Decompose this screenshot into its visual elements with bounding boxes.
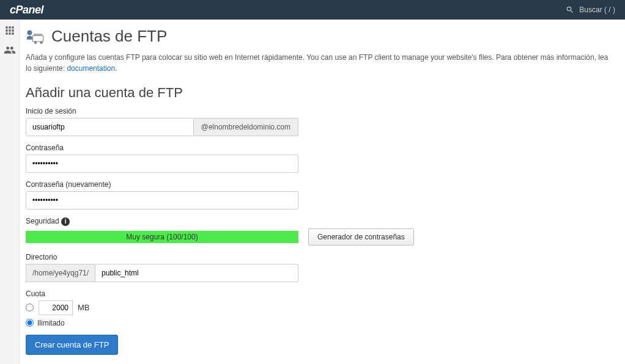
- svg-rect-1: [32, 35, 43, 42]
- strength-meter: Muy segura (100/100): [26, 231, 298, 243]
- quota-unlimited-label: Ilimitado: [37, 319, 65, 327]
- svg-point-3: [40, 41, 43, 44]
- svg-point-0: [27, 30, 32, 35]
- password-input[interactable]: [26, 155, 298, 173]
- add-account-title: Añadir una cuenta de FTP: [26, 85, 613, 101]
- users-icon[interactable]: [4, 44, 16, 56]
- svg-rect-4: [34, 34, 42, 35]
- login-input[interactable]: [26, 118, 194, 136]
- quota-unlimited-radio[interactable]: [26, 319, 34, 327]
- documentation-link[interactable]: documentation: [67, 64, 115, 73]
- strength-label-text: Seguridad: [26, 217, 59, 225]
- apps-grid-icon[interactable]: [4, 24, 16, 37]
- quota-mb-radio[interactable]: [26, 304, 34, 311]
- password-generator-button[interactable]: Generador de contraseñas: [308, 228, 414, 246]
- global-search[interactable]: Buscar ( / ): [566, 5, 615, 14]
- search-icon: [566, 5, 574, 14]
- strength-label: Seguridad i: [26, 217, 613, 226]
- topbar: cPanel Buscar ( / ): [0, 0, 625, 20]
- directory-input[interactable]: [95, 264, 298, 282]
- page-title-text: Cuentas de FTP: [51, 27, 167, 46]
- password2-input[interactable]: [26, 191, 298, 209]
- main-content: Cuentas de FTP Añada y configure las cue…: [20, 20, 625, 364]
- home-prefix: /home/ye4yqg71/: [26, 264, 95, 282]
- quota-label: Cuota: [26, 289, 613, 298]
- search-placeholder-text: Buscar ( / ): [579, 5, 615, 14]
- directory-label: Directorio: [26, 253, 613, 261]
- quota-input[interactable]: [39, 300, 73, 315]
- password2-label: Contraseña (nuevamente): [26, 180, 613, 189]
- svg-point-2: [34, 41, 37, 44]
- login-label: Inicio de sesión: [26, 107, 613, 115]
- ftp-accounts-icon: [26, 29, 45, 45]
- create-account-button[interactable]: Crear cuenta de FTP: [26, 335, 118, 355]
- cpanel-logo[interactable]: cPanel: [10, 4, 43, 16]
- quota-unit: MB: [78, 303, 90, 312]
- info-icon[interactable]: i: [61, 217, 70, 226]
- domain-suffix: @elnombredeldominio.com: [194, 118, 298, 136]
- intro-suffix: .: [115, 64, 117, 73]
- page-title: Cuentas de FTP: [26, 27, 613, 46]
- password-label: Contraseña: [26, 144, 613, 152]
- intro-text: Añada y configure las cuentas FTP para c…: [26, 52, 613, 74]
- sidebar: [0, 20, 20, 364]
